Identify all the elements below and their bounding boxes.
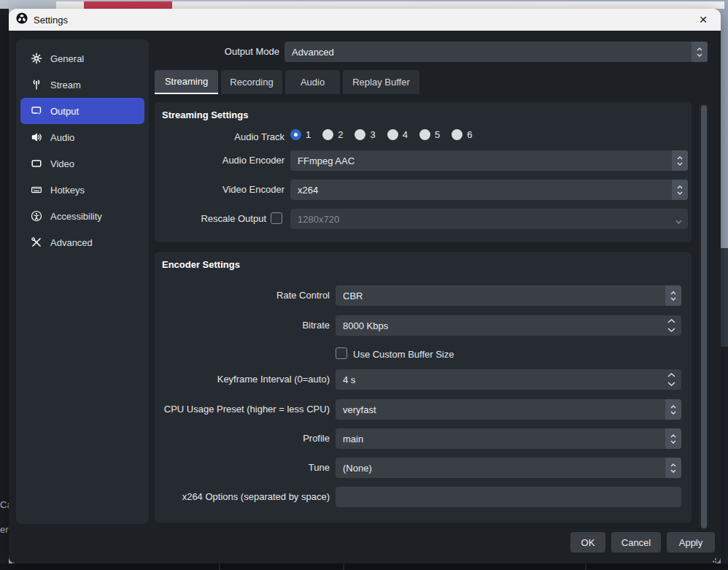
background-text-fragment: er	[0, 524, 9, 535]
rescale-output-checkbox[interactable]	[271, 212, 282, 224]
x264-options-label: x264 Options (separated by space)	[162, 491, 330, 503]
audio-track-radio-2[interactable]	[322, 129, 333, 140]
settings-dialog: Settings × General Stream	[9, 9, 721, 563]
chevron-up-down-icon[interactable]	[665, 458, 681, 478]
audio-track-radio-3[interactable]	[355, 129, 365, 140]
dialog-titlebar[interactable]: Settings ×	[9, 9, 721, 31]
radio-label: 3	[370, 129, 375, 140]
background-right-window	[721, 347, 728, 563]
radio-label: 5	[435, 129, 440, 140]
background-divider	[219, 563, 220, 570]
tab-label: Replay Buffer	[352, 77, 410, 88]
bitrate-label: Bitrate	[162, 320, 330, 331]
tab-recording[interactable]: Recording	[221, 70, 282, 94]
streaming-settings-group: Streaming Settings Audio Track 1 2 3 4 5…	[155, 102, 692, 242]
background-left-window: Ca er	[0, 9, 9, 570]
gear-icon	[30, 53, 42, 65]
encoder-settings-group: Encoder Settings Rate Control CBR Bitrat…	[155, 252, 692, 523]
sidebar-item-label: Stream	[50, 80, 81, 90]
ok-button[interactable]: OK	[570, 532, 605, 552]
output-icon	[30, 105, 42, 118]
settings-sidebar: General Stream Output	[16, 39, 149, 524]
audio-track-radio-6[interactable]	[452, 129, 462, 140]
profile-value: main	[343, 434, 363, 444]
cpu-preset-label: CPU Usage Preset (higher = less CPU)	[162, 404, 330, 415]
video-encoder-value: x264	[298, 185, 318, 196]
background-red-bar	[84, 1, 172, 9]
audio-track-radio-1[interactable]	[290, 129, 301, 140]
tune-label: Tune	[162, 462, 330, 474]
obs-logo-icon	[16, 12, 28, 27]
rate-control-select[interactable]: CBR	[336, 285, 681, 306]
rate-control-value: CBR	[343, 290, 363, 301]
dialog-title: Settings	[34, 15, 68, 26]
tab-replay-buffer[interactable]: Replay Buffer	[343, 70, 419, 94]
group-title: Streaming Settings	[162, 109, 248, 120]
cpu-preset-select[interactable]: veryfast	[336, 399, 681, 420]
audio-track-radio-4[interactable]	[387, 129, 398, 140]
sidebar-item-hotkeys[interactable]: Hotkeys	[20, 177, 144, 203]
tune-select[interactable]: (None)	[336, 458, 681, 478]
sidebar-item-label: Advanced	[50, 237, 93, 248]
chevron-up-down-icon[interactable]	[692, 42, 708, 62]
rescale-output-label: Rescale Output	[162, 213, 266, 225]
bitrate-value: 8000 Kbps	[343, 320, 388, 331]
radio-label: 2	[338, 129, 343, 140]
x264-options-input[interactable]	[336, 487, 681, 507]
radio-label: 6	[467, 129, 472, 140]
radio-label: 1	[306, 129, 311, 140]
apply-button[interactable]: Apply	[667, 532, 715, 552]
cpu-preset-value: veryfast	[343, 404, 376, 415]
audio-track-label: Audio Track	[162, 131, 284, 143]
cancel-button[interactable]: Cancel	[611, 532, 661, 552]
custom-buffer-label: Use Custom Buffer Size	[353, 349, 454, 360]
group-title: Encoder Settings	[162, 259, 240, 270]
sidebar-item-label: Output	[50, 106, 79, 117]
tune-value: (None)	[343, 463, 372, 474]
chevron-up-down-icon[interactable]	[665, 399, 681, 420]
tab-label: Recording	[230, 77, 273, 88]
sidebar-item-label: Audio	[50, 132, 74, 143]
background-divider	[585, 563, 586, 570]
sidebar-item-label: Hotkeys	[50, 185, 85, 196]
chevron-up-down-icon[interactable]	[672, 180, 688, 200]
sidebar-item-general[interactable]: General	[20, 45, 144, 72]
audio-track-radio-5[interactable]	[419, 129, 430, 140]
tab-label: Audio	[301, 77, 325, 88]
close-button[interactable]: ×	[693, 9, 713, 31]
sidebar-item-audio[interactable]: Audio	[20, 124, 144, 150]
tab-audio[interactable]: Audio	[285, 70, 340, 94]
scrollbar-track[interactable]	[699, 104, 709, 530]
bitrate-spinbox[interactable]: 8000 Kbps	[336, 315, 681, 336]
sidebar-item-output[interactable]: Output	[20, 98, 144, 124]
rescale-resolution-value: 1280x720	[298, 214, 339, 225]
output-mode-select[interactable]: Advanced	[284, 42, 708, 62]
broadcast-icon	[30, 79, 42, 91]
profile-select[interactable]: main	[336, 428, 681, 449]
scrollbar-handle[interactable]	[701, 105, 707, 528]
spinner-arrows-icon[interactable]	[667, 369, 675, 390]
audio-encoder-select[interactable]: FFmpeg AAC	[290, 150, 688, 171]
keyframe-interval-label: Keyframe Interval (0=auto)	[162, 374, 330, 385]
video-encoder-select[interactable]: x264	[290, 180, 688, 200]
chevron-up-down-icon[interactable]	[672, 150, 688, 171]
speaker-icon	[30, 131, 42, 144]
sidebar-item-advanced[interactable]: Advanced	[20, 229, 144, 255]
resize-grip[interactable]	[710, 555, 717, 563]
video-encoder-label: Video Encoder	[162, 184, 284, 196]
chevron-up-down-icon[interactable]	[665, 285, 681, 306]
sidebar-item-video[interactable]: Video	[20, 150, 144, 177]
sidebar-item-stream[interactable]: Stream	[20, 72, 144, 98]
custom-buffer-checkbox[interactable]	[336, 347, 347, 359]
rescale-resolution-select: 1280x720	[290, 209, 688, 229]
sidebar-item-accessibility[interactable]: Accessibility	[20, 203, 144, 229]
tab-streaming[interactable]: Streaming	[155, 70, 218, 94]
keyframe-interval-spinbox[interactable]: 4 s	[336, 369, 681, 390]
keyboard-icon	[30, 184, 42, 196]
sidebar-item-label: Video	[50, 158, 74, 169]
tools-icon	[30, 236, 42, 249]
audio-encoder-value: FFmpeg AAC	[298, 155, 355, 166]
chevron-down-icon	[675, 215, 682, 226]
spinner-arrows-icon[interactable]	[667, 315, 675, 336]
chevron-up-down-icon[interactable]	[665, 428, 681, 449]
